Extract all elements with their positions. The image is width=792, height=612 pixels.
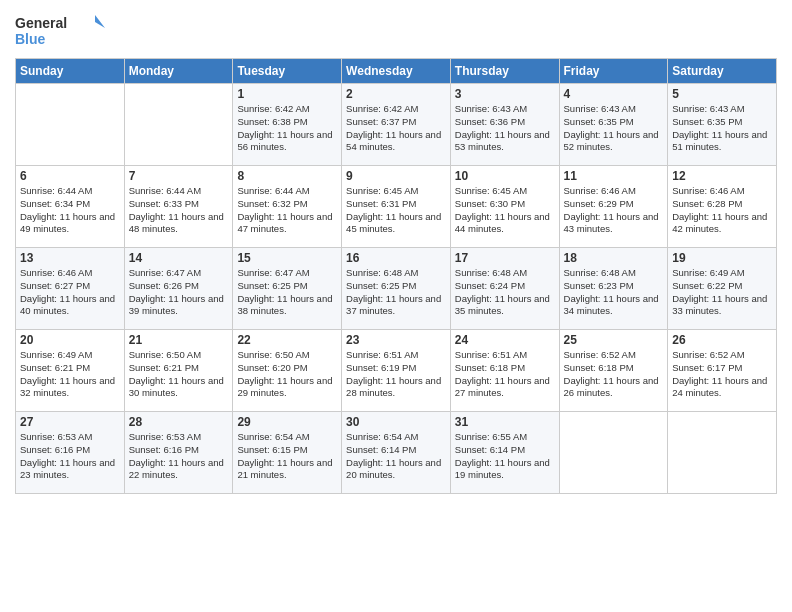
- day-number: 3: [455, 87, 555, 101]
- weekday-header: Wednesday: [342, 59, 451, 84]
- logo: General Blue: [15, 10, 105, 50]
- calendar-cell: 5Sunrise: 6:43 AMSunset: 6:35 PMDaylight…: [668, 84, 777, 166]
- calendar-cell: 26Sunrise: 6:52 AMSunset: 6:17 PMDayligh…: [668, 330, 777, 412]
- day-number: 24: [455, 333, 555, 347]
- day-info: Sunrise: 6:42 AMSunset: 6:38 PMDaylight:…: [237, 103, 337, 154]
- day-info: Sunrise: 6:46 AMSunset: 6:27 PMDaylight:…: [20, 267, 120, 318]
- day-number: 22: [237, 333, 337, 347]
- day-info: Sunrise: 6:43 AMSunset: 6:35 PMDaylight:…: [564, 103, 664, 154]
- calendar-cell: 18Sunrise: 6:48 AMSunset: 6:23 PMDayligh…: [559, 248, 668, 330]
- day-number: 14: [129, 251, 229, 265]
- day-number: 2: [346, 87, 446, 101]
- weekday-header: Saturday: [668, 59, 777, 84]
- calendar-cell: 28Sunrise: 6:53 AMSunset: 6:16 PMDayligh…: [124, 412, 233, 494]
- weekday-header: Sunday: [16, 59, 125, 84]
- day-number: 15: [237, 251, 337, 265]
- calendar-cell: 22Sunrise: 6:50 AMSunset: 6:20 PMDayligh…: [233, 330, 342, 412]
- calendar-cell: 31Sunrise: 6:55 AMSunset: 6:14 PMDayligh…: [450, 412, 559, 494]
- day-info: Sunrise: 6:45 AMSunset: 6:31 PMDaylight:…: [346, 185, 446, 236]
- weekday-header: Tuesday: [233, 59, 342, 84]
- calendar-cell: [668, 412, 777, 494]
- day-info: Sunrise: 6:44 AMSunset: 6:34 PMDaylight:…: [20, 185, 120, 236]
- calendar-cell: 19Sunrise: 6:49 AMSunset: 6:22 PMDayligh…: [668, 248, 777, 330]
- calendar-cell: 14Sunrise: 6:47 AMSunset: 6:26 PMDayligh…: [124, 248, 233, 330]
- day-number: 27: [20, 415, 120, 429]
- day-number: 5: [672, 87, 772, 101]
- calendar-cell: 4Sunrise: 6:43 AMSunset: 6:35 PMDaylight…: [559, 84, 668, 166]
- weekday-header: Monday: [124, 59, 233, 84]
- day-number: 26: [672, 333, 772, 347]
- calendar-cell: 16Sunrise: 6:48 AMSunset: 6:25 PMDayligh…: [342, 248, 451, 330]
- day-info: Sunrise: 6:42 AMSunset: 6:37 PMDaylight:…: [346, 103, 446, 154]
- day-number: 11: [564, 169, 664, 183]
- page-container: General Blue SundayMondayTuesdayWednesda…: [0, 0, 792, 504]
- weekday-header: Thursday: [450, 59, 559, 84]
- day-number: 19: [672, 251, 772, 265]
- day-info: Sunrise: 6:50 AMSunset: 6:20 PMDaylight:…: [237, 349, 337, 400]
- day-info: Sunrise: 6:49 AMSunset: 6:21 PMDaylight:…: [20, 349, 120, 400]
- day-info: Sunrise: 6:46 AMSunset: 6:29 PMDaylight:…: [564, 185, 664, 236]
- calendar-week-row: 1Sunrise: 6:42 AMSunset: 6:38 PMDaylight…: [16, 84, 777, 166]
- calendar-cell: 21Sunrise: 6:50 AMSunset: 6:21 PMDayligh…: [124, 330, 233, 412]
- calendar-cell: 3Sunrise: 6:43 AMSunset: 6:36 PMDaylight…: [450, 84, 559, 166]
- calendar-week-row: 13Sunrise: 6:46 AMSunset: 6:27 PMDayligh…: [16, 248, 777, 330]
- day-number: 4: [564, 87, 664, 101]
- day-info: Sunrise: 6:53 AMSunset: 6:16 PMDaylight:…: [20, 431, 120, 482]
- calendar-cell: 29Sunrise: 6:54 AMSunset: 6:15 PMDayligh…: [233, 412, 342, 494]
- day-info: Sunrise: 6:48 AMSunset: 6:23 PMDaylight:…: [564, 267, 664, 318]
- header: General Blue: [15, 10, 777, 50]
- day-info: Sunrise: 6:49 AMSunset: 6:22 PMDaylight:…: [672, 267, 772, 318]
- calendar-cell: 13Sunrise: 6:46 AMSunset: 6:27 PMDayligh…: [16, 248, 125, 330]
- day-number: 29: [237, 415, 337, 429]
- calendar-cell: 11Sunrise: 6:46 AMSunset: 6:29 PMDayligh…: [559, 166, 668, 248]
- day-number: 23: [346, 333, 446, 347]
- day-number: 13: [20, 251, 120, 265]
- day-info: Sunrise: 6:47 AMSunset: 6:25 PMDaylight:…: [237, 267, 337, 318]
- calendar-cell: [124, 84, 233, 166]
- day-info: Sunrise: 6:52 AMSunset: 6:17 PMDaylight:…: [672, 349, 772, 400]
- day-number: 28: [129, 415, 229, 429]
- calendar-cell: 7Sunrise: 6:44 AMSunset: 6:33 PMDaylight…: [124, 166, 233, 248]
- calendar-cell: [559, 412, 668, 494]
- calendar-cell: 2Sunrise: 6:42 AMSunset: 6:37 PMDaylight…: [342, 84, 451, 166]
- day-info: Sunrise: 6:53 AMSunset: 6:16 PMDaylight:…: [129, 431, 229, 482]
- day-info: Sunrise: 6:50 AMSunset: 6:21 PMDaylight:…: [129, 349, 229, 400]
- calendar-cell: 30Sunrise: 6:54 AMSunset: 6:14 PMDayligh…: [342, 412, 451, 494]
- day-info: Sunrise: 6:44 AMSunset: 6:32 PMDaylight:…: [237, 185, 337, 236]
- day-number: 10: [455, 169, 555, 183]
- day-info: Sunrise: 6:52 AMSunset: 6:18 PMDaylight:…: [564, 349, 664, 400]
- calendar-cell: 15Sunrise: 6:47 AMSunset: 6:25 PMDayligh…: [233, 248, 342, 330]
- day-number: 20: [20, 333, 120, 347]
- logo-svg: General Blue: [15, 10, 105, 50]
- day-info: Sunrise: 6:43 AMSunset: 6:35 PMDaylight:…: [672, 103, 772, 154]
- day-info: Sunrise: 6:54 AMSunset: 6:14 PMDaylight:…: [346, 431, 446, 482]
- calendar-cell: [16, 84, 125, 166]
- day-number: 17: [455, 251, 555, 265]
- calendar-cell: 17Sunrise: 6:48 AMSunset: 6:24 PMDayligh…: [450, 248, 559, 330]
- calendar-week-row: 20Sunrise: 6:49 AMSunset: 6:21 PMDayligh…: [16, 330, 777, 412]
- header-row: SundayMondayTuesdayWednesdayThursdayFrid…: [16, 59, 777, 84]
- calendar-cell: 12Sunrise: 6:46 AMSunset: 6:28 PMDayligh…: [668, 166, 777, 248]
- calendar-week-row: 6Sunrise: 6:44 AMSunset: 6:34 PMDaylight…: [16, 166, 777, 248]
- day-number: 31: [455, 415, 555, 429]
- calendar-table: SundayMondayTuesdayWednesdayThursdayFrid…: [15, 58, 777, 494]
- day-number: 21: [129, 333, 229, 347]
- day-number: 16: [346, 251, 446, 265]
- day-info: Sunrise: 6:46 AMSunset: 6:28 PMDaylight:…: [672, 185, 772, 236]
- day-number: 8: [237, 169, 337, 183]
- day-info: Sunrise: 6:51 AMSunset: 6:19 PMDaylight:…: [346, 349, 446, 400]
- calendar-cell: 20Sunrise: 6:49 AMSunset: 6:21 PMDayligh…: [16, 330, 125, 412]
- day-number: 25: [564, 333, 664, 347]
- calendar-cell: 23Sunrise: 6:51 AMSunset: 6:19 PMDayligh…: [342, 330, 451, 412]
- calendar-cell: 10Sunrise: 6:45 AMSunset: 6:30 PMDayligh…: [450, 166, 559, 248]
- day-info: Sunrise: 6:45 AMSunset: 6:30 PMDaylight:…: [455, 185, 555, 236]
- day-info: Sunrise: 6:48 AMSunset: 6:24 PMDaylight:…: [455, 267, 555, 318]
- day-info: Sunrise: 6:47 AMSunset: 6:26 PMDaylight:…: [129, 267, 229, 318]
- calendar-cell: 1Sunrise: 6:42 AMSunset: 6:38 PMDaylight…: [233, 84, 342, 166]
- day-number: 12: [672, 169, 772, 183]
- calendar-cell: 25Sunrise: 6:52 AMSunset: 6:18 PMDayligh…: [559, 330, 668, 412]
- day-number: 6: [20, 169, 120, 183]
- calendar-week-row: 27Sunrise: 6:53 AMSunset: 6:16 PMDayligh…: [16, 412, 777, 494]
- day-info: Sunrise: 6:44 AMSunset: 6:33 PMDaylight:…: [129, 185, 229, 236]
- calendar-cell: 8Sunrise: 6:44 AMSunset: 6:32 PMDaylight…: [233, 166, 342, 248]
